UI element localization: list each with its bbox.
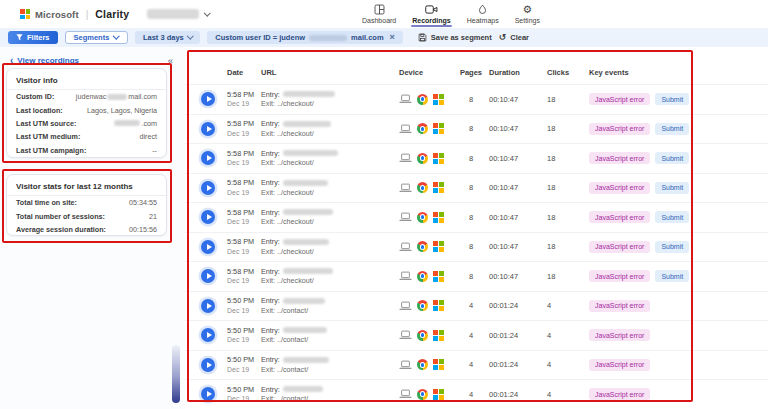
key-event-badge: JavaScript error: [589, 388, 650, 400]
recording-row[interactable]: 5:58 PM Dec 19 Entry: Exit: ../checkout/…: [185, 115, 768, 145]
windows-icon: [433, 241, 444, 252]
play-button[interactable]: [201, 240, 215, 254]
info-value: .com: [114, 119, 157, 128]
filter-bar: Filters Segments Last 3 days Custom user…: [0, 28, 768, 47]
filter-funnel-icon: [16, 34, 23, 41]
key-events-cell: JavaScript error: [589, 329, 768, 341]
save-icon: [418, 33, 427, 42]
play-button[interactable]: [201, 299, 215, 313]
play-button[interactable]: [201, 181, 215, 195]
table-body: 5:58 PM Dec 19 Entry: Exit: ../checkout/…: [185, 85, 768, 409]
windows-icon: [433, 359, 444, 370]
save-as-segment-button[interactable]: Save as segment: [418, 33, 492, 42]
date-cell: 5:58 PM Dec 19: [227, 237, 261, 256]
brand-divider: |: [86, 9, 89, 20]
play-button[interactable]: [201, 328, 215, 342]
play-button[interactable]: [201, 92, 215, 106]
date-range-chip[interactable]: Last 3 days: [135, 31, 200, 44]
tab-dashboard[interactable]: Dashboard: [354, 0, 404, 28]
windows-icon: [433, 153, 444, 164]
col-clicks: Clicks: [547, 68, 589, 77]
recording-row[interactable]: 5:58 PM Dec 19 Entry: Exit: ../checkout/…: [185, 85, 768, 115]
play-button[interactable]: [201, 358, 215, 372]
tab-recordings[interactable]: Recordings: [404, 0, 459, 28]
duration-cell: 00:10:47: [489, 213, 547, 222]
collapse-sidebar-icon[interactable]: «: [168, 55, 173, 66]
recording-row[interactable]: 5:50 PM Dec 19 Entry: Exit: ../contact/ …: [185, 351, 768, 381]
duration-cell: 00:10:47: [489, 183, 547, 192]
clarity-wordmark: Clarity: [95, 8, 129, 20]
scrollbar-thumb[interactable]: [172, 345, 180, 403]
device-cell: [399, 271, 453, 282]
segments-label: Segments: [74, 33, 110, 42]
info-value: 00:15:56: [129, 225, 157, 234]
entry-url-redacted: [283, 298, 325, 304]
duration-cell: 00:01:24: [489, 331, 547, 340]
tab-settings[interactable]: ⚙ Settings: [507, 0, 548, 28]
entry-url-redacted: [283, 239, 329, 245]
desktop-icon: [399, 330, 412, 340]
segments-button[interactable]: Segments: [65, 31, 128, 44]
device-cell: [399, 359, 453, 370]
info-value: judenwacmail.com: [76, 92, 157, 101]
project-selector[interactable]: [147, 9, 210, 19]
date-cell: 5:58 PM Dec 19: [227, 208, 261, 227]
url-cell: Entry: Exit: ../checkout/: [261, 149, 399, 168]
recording-row[interactable]: 5:58 PM Dec 19 Entry: Exit: ../checkout/…: [185, 262, 768, 292]
pages-cell: 4: [453, 331, 489, 340]
visitor-stats-rows: Total time on site:05:34:55Total number …: [7, 196, 166, 236]
pages-cell: 8: [453, 242, 489, 251]
info-label: Last UTM medium:: [16, 132, 80, 141]
recording-row[interactable]: 5:58 PM Dec 19 Entry: Exit: ../checkout/…: [185, 144, 768, 174]
heatmaps-icon: [477, 4, 488, 15]
info-value: 05:34:55: [129, 198, 157, 207]
play-button[interactable]: [201, 269, 215, 283]
filters-button[interactable]: Filters: [8, 31, 58, 44]
save-as-segment-label: Save as segment: [431, 33, 492, 42]
recording-row[interactable]: 5:58 PM Dec 19 Entry: Exit: ../checkout/…: [185, 233, 768, 263]
play-button[interactable]: [201, 122, 215, 136]
key-events-cell: JavaScript errorSubmit: [589, 123, 768, 135]
desktop-icon: [399, 301, 412, 311]
tab-heatmaps[interactable]: Heatmaps: [459, 0, 507, 28]
remove-filter-icon[interactable]: ×: [390, 33, 395, 42]
key-events-cell: JavaScript errorSubmit: [589, 152, 768, 164]
key-event-badge: Submit: [655, 123, 689, 135]
clear-label: Clear: [510, 33, 529, 42]
visitor-info-card: Visitor info Custom ID:judenwacmail.comL…: [6, 68, 167, 158]
clicks-cell: 4: [547, 301, 589, 310]
chrome-icon: [417, 241, 428, 252]
recording-row[interactable]: 5:50 PM Dec 19 Entry: Exit: ../contact/ …: [185, 380, 768, 409]
clear-button[interactable]: ↺ Clear: [499, 33, 529, 42]
play-button[interactable]: [201, 210, 215, 224]
pages-cell: 8: [453, 183, 489, 192]
desktop-icon: [399, 389, 412, 399]
info-row: Last UTM source:.com: [7, 117, 166, 130]
recording-row[interactable]: 5:50 PM Dec 19 Entry: Exit: ../contact/ …: [185, 292, 768, 322]
chrome-icon: [417, 300, 428, 311]
key-event-badge: Submit: [655, 152, 689, 164]
clarity-app: Microsoft | Clarity Dashboard Recordings…: [0, 0, 768, 409]
desktop-icon: [399, 153, 412, 163]
play-button[interactable]: [201, 387, 215, 401]
recording-row[interactable]: 5:50 PM Dec 19 Entry: Exit: ../contact/ …: [185, 321, 768, 351]
table-header-row: Date URL Device Pages Duration Clicks Ke…: [185, 47, 768, 85]
recording-row[interactable]: 5:58 PM Dec 19 Entry: Exit: ../checkout/…: [185, 174, 768, 204]
chrome-icon: [417, 389, 428, 400]
chrome-icon: [417, 182, 428, 193]
info-label: Last location:: [16, 106, 63, 115]
view-recordings-link[interactable]: View recordings: [17, 56, 79, 65]
recording-row[interactable]: 5:58 PM Dec 19 Entry: Exit: ../checkout/…: [185, 203, 768, 233]
duration-cell: 00:10:47: [489, 242, 547, 251]
key-events-cell: JavaScript errorSubmit: [589, 93, 768, 105]
nav-label: Recordings: [412, 17, 451, 24]
play-button[interactable]: [201, 151, 215, 165]
custom-user-id-filter-chip[interactable]: Custom user ID = judenw mail.com ×: [207, 31, 403, 44]
date-range-label: Last 3 days: [143, 33, 184, 42]
desktop-icon: [399, 124, 412, 134]
project-name-redacted: [147, 9, 199, 19]
back-chevron-icon: ‹: [10, 57, 13, 65]
pages-cell: 8: [453, 95, 489, 104]
info-value: Lagos, Lagos, Nigeria: [87, 106, 157, 115]
nav-label: Heatmaps: [467, 17, 499, 24]
